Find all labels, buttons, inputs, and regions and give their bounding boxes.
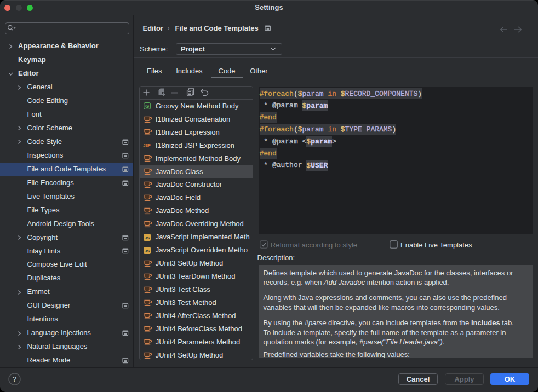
svg-text:G: G bbox=[145, 103, 149, 109]
svg-text:?: ? bbox=[12, 375, 16, 383]
